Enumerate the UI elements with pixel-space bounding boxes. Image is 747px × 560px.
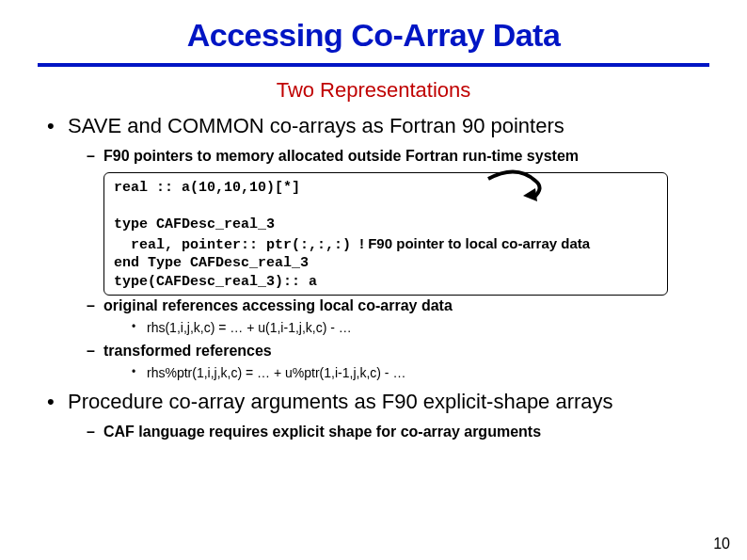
dash-list-2: CAF language requires explicit shape for…: [68, 424, 709, 440]
code-line-2: type CAFDesc_real_3: [114, 216, 658, 234]
dash-text-2: original references accessing local co-a…: [103, 297, 453, 313]
title-rule: [38, 63, 709, 67]
bullet-list: SAVE and COMMON co-arrays as Fortran 90 …: [38, 114, 709, 440]
dot-list-1: rhs(1,i,j,k,c) = … + u(1,i-1,j,k,c) - …: [103, 320, 709, 335]
dot-list-2: rhs%ptr(1,i,j,k,c) = … + u%ptr(1,i-1,j,k…: [103, 365, 709, 380]
code-blank: [114, 198, 658, 216]
bullet-item-2: Procedure co-array arguments as F90 expl…: [47, 390, 709, 440]
code-box: real :: a(10,10,10)[*] type CAFDesc_real…: [103, 172, 668, 296]
dash-text-3: transformed references: [103, 343, 272, 359]
dash-item-3: transformed references rhs%ptr(1,i,j,k,c…: [87, 343, 709, 380]
code-line-4: end Type CAFDesc_real_3: [114, 254, 658, 273]
code-pre: real, pointer:: ptr(:,:,:): [114, 237, 359, 253]
dash-text-1: F90 pointers to memory allocated outside…: [103, 148, 579, 164]
bullet-item-1: SAVE and COMMON co-arrays as Fortran 90 …: [47, 114, 709, 380]
svg-marker-0: [523, 188, 537, 201]
dash-item-2: original references accessing local co-a…: [87, 297, 709, 335]
code-line-1: real :: a(10,10,10)[*]: [114, 179, 658, 198]
code-line-5: type(CAFDesc_real_3):: a: [114, 273, 658, 292]
dot-item-1: rhs(1,i,j,k,c) = … + u(1,i-1,j,k,c) - …: [132, 320, 709, 335]
dash-list-1: F90 pointers to memory allocated outside…: [68, 148, 709, 380]
bullet-text-2: Procedure co-array arguments as F90 expl…: [68, 390, 613, 413]
slide-title: Accessing Co-Array Data: [38, 17, 709, 54]
dash-item-1: F90 pointers to memory allocated outside…: [87, 148, 709, 296]
code-line-3: real, pointer:: ptr(:,:,:) ! F90 pointer…: [114, 234, 658, 255]
bullet-text-1: SAVE and COMMON co-arrays as Fortran 90 …: [68, 114, 564, 137]
dash-text-4: CAF language requires explicit shape for…: [103, 424, 541, 440]
dash-item-4: CAF language requires explicit shape for…: [87, 424, 709, 440]
curved-arrow-icon: [479, 168, 554, 205]
code-comment: ! F90 pointer to local co-array data: [359, 235, 590, 251]
page-number: 10: [713, 536, 730, 552]
dot-item-2: rhs%ptr(1,i,j,k,c) = … + u%ptr(1,i-1,j,k…: [132, 365, 709, 380]
slide-subtitle: Two Representations: [38, 78, 709, 103]
